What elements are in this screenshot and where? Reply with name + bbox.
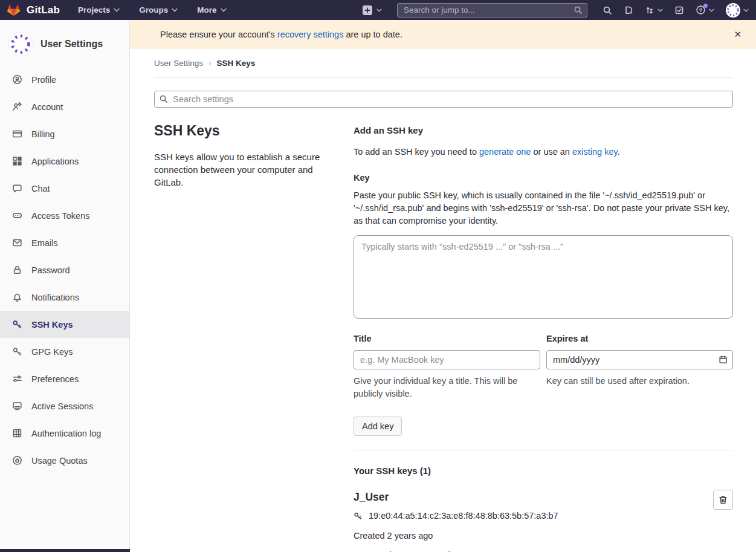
chat-icon bbox=[12, 183, 22, 193]
user-menu[interactable] bbox=[726, 3, 749, 18]
usage-quotas-icon bbox=[12, 455, 22, 466]
settings-search bbox=[154, 91, 733, 108]
global-search bbox=[397, 3, 587, 18]
chevron-down-icon bbox=[114, 8, 120, 12]
sidebar-item-label: Usage Quotas bbox=[31, 456, 88, 466]
add-ssh-key-heading: Add an SSH key bbox=[354, 125, 733, 137]
settings-search-input[interactable] bbox=[154, 91, 733, 108]
sidebar-item-emails[interactable]: Emails bbox=[0, 229, 129, 256]
help-menu[interactable]: ? bbox=[696, 5, 714, 15]
sidebar-item-account[interactable]: Account bbox=[0, 93, 129, 120]
new-menu-button[interactable] bbox=[363, 5, 382, 15]
sidebar-item-chat[interactable]: Chat bbox=[0, 175, 129, 202]
sidebar-item-profile[interactable]: Profile bbox=[0, 66, 129, 93]
sidebar-item-billing[interactable]: Billing bbox=[0, 120, 129, 148]
sidebar-item-label: Account bbox=[31, 102, 63, 112]
add-key-button[interactable]: Add key bbox=[354, 417, 402, 436]
key-last-used: Last used: Never bbox=[354, 549, 420, 552]
sidebar-item-label: Profile bbox=[31, 75, 56, 85]
sidebar-item-gpg-keys[interactable]: GPG Keys bbox=[0, 338, 129, 365]
nav-more-label: More bbox=[197, 5, 216, 15]
top-nav-menu: Projects Groups More bbox=[78, 5, 227, 15]
applications-icon bbox=[12, 156, 22, 166]
ssh-key-form-panel: Add an SSH key To add an SSH key you nee… bbox=[354, 123, 733, 552]
expires-field: Expires at Key can still be used after e… bbox=[546, 333, 733, 400]
expires-help-text: Key can still be used after expiration. bbox=[546, 375, 733, 388]
alert-text-after: are up to date. bbox=[343, 30, 402, 39]
existing-key-link[interactable]: existing key bbox=[572, 147, 618, 157]
chevron-down-icon bbox=[709, 8, 714, 12]
sidebar-item-password[interactable]: Password bbox=[0, 256, 129, 284]
preferences-icon bbox=[12, 374, 22, 384]
search-icon[interactable] bbox=[603, 5, 612, 15]
intro-text-middle: or use an bbox=[531, 147, 572, 157]
title-expires-row: Title Give your individual key a title. … bbox=[354, 333, 733, 400]
emails-icon bbox=[12, 238, 22, 248]
chevron-down-icon bbox=[743, 8, 749, 12]
plus-menu-icon bbox=[363, 5, 372, 15]
sidebar-item-authentication-log[interactable]: Authentication log bbox=[0, 420, 129, 447]
sidebar-item-label: Notifications bbox=[31, 293, 79, 302]
sidebar-item-usage-quotas[interactable]: Usage Quotas bbox=[0, 447, 129, 474]
sidebar-item-notifications[interactable]: Notifications bbox=[0, 284, 129, 311]
top-navigation-bar: GitLab Projects Groups More bbox=[0, 0, 756, 20]
sidebar-header: User Settings bbox=[0, 20, 129, 66]
expires-at-input[interactable] bbox=[546, 350, 733, 369]
title-input[interactable] bbox=[354, 350, 540, 369]
intro-text-after: . bbox=[618, 147, 620, 157]
add-ssh-key-intro: To add an SSH key you need to generate o… bbox=[354, 146, 733, 158]
ssh-key-title: J_User bbox=[354, 491, 700, 503]
recovery-settings-link[interactable]: recovery settings bbox=[277, 30, 344, 39]
chevron-down-icon bbox=[172, 8, 178, 12]
key-created-text: Created 2 years ago bbox=[354, 530, 700, 542]
issues-icon[interactable] bbox=[624, 5, 633, 15]
merge-requests-icon bbox=[645, 5, 654, 15]
delete-key-button[interactable] bbox=[713, 490, 733, 510]
sidebar-item-ssh-keys[interactable]: SSH Keys bbox=[0, 311, 129, 338]
sidebar-item-active-sessions[interactable]: Active Sessions bbox=[0, 392, 129, 420]
key-fingerprint: 19:e0:44:a5:14:c2:3a:e8:f8:48:8b:63:5b:5… bbox=[369, 510, 558, 522]
nav-projects-label: Projects bbox=[78, 5, 110, 15]
breadcrumb-ssh-keys: SSH Keys bbox=[217, 59, 256, 68]
merge-requests-menu[interactable] bbox=[645, 5, 663, 15]
nav-groups[interactable]: Groups bbox=[139, 5, 178, 15]
fingerprint-row: 19:e0:44:a5:14:c2:3a:e8:f8:48:8b:63:5b:5… bbox=[354, 510, 700, 522]
access-tokens-icon bbox=[12, 210, 22, 221]
alert-close-button[interactable]: ✕ bbox=[730, 27, 745, 42]
breadcrumb-user-settings[interactable]: User Settings bbox=[154, 59, 203, 68]
key-icon bbox=[354, 511, 363, 521]
bottom-status-strip bbox=[0, 549, 130, 552]
page-body: SSH Keys SSH keys allow you to establish… bbox=[130, 91, 756, 552]
generate-one-link[interactable]: generate one bbox=[479, 147, 531, 157]
trash-icon bbox=[719, 495, 728, 505]
tanuki-logo-icon bbox=[6, 2, 21, 18]
alert-text-before: Please ensure your account's bbox=[160, 30, 277, 39]
intro-text-before: To add an SSH key you need to bbox=[354, 147, 479, 157]
key-expires: Expires: Never bbox=[433, 549, 491, 552]
sidebar-item-label: Password bbox=[31, 265, 70, 275]
nav-groups-label: Groups bbox=[139, 5, 168, 15]
topbar-right-cluster: ? bbox=[363, 3, 749, 18]
sidebar-item-label: Active Sessions bbox=[31, 401, 93, 411]
nav-projects[interactable]: Projects bbox=[78, 5, 120, 15]
your-ssh-keys-heading: Your SSH keys (1) bbox=[354, 465, 733, 477]
notification-dot bbox=[703, 4, 708, 8]
nav-more[interactable]: More bbox=[197, 5, 226, 15]
sidebar-title: User Settings bbox=[40, 39, 103, 50]
settings-columns: SSH Keys SSH keys allow you to establish… bbox=[154, 123, 733, 552]
sidebar-item-applications[interactable]: Applications bbox=[0, 148, 129, 175]
password-icon bbox=[12, 265, 22, 275]
expires-date-wrap bbox=[546, 350, 733, 369]
search-icon bbox=[573, 5, 583, 15]
global-search-input[interactable] bbox=[397, 3, 587, 18]
todo-icon[interactable] bbox=[674, 5, 684, 15]
page-title: SSH Keys bbox=[154, 123, 335, 139]
avatar bbox=[726, 3, 740, 18]
sidebar-item-access-tokens[interactable]: Access Tokens bbox=[0, 202, 129, 229]
help-icon: ? bbox=[696, 5, 706, 15]
key-field-label: Key bbox=[354, 172, 733, 184]
gitlab-logo[interactable]: GitLab bbox=[6, 2, 60, 18]
title-help-text: Give your individual key a title. This w… bbox=[354, 375, 540, 400]
sidebar-item-preferences[interactable]: Preferences bbox=[0, 365, 129, 392]
ssh-key-textarea[interactable] bbox=[354, 235, 733, 319]
